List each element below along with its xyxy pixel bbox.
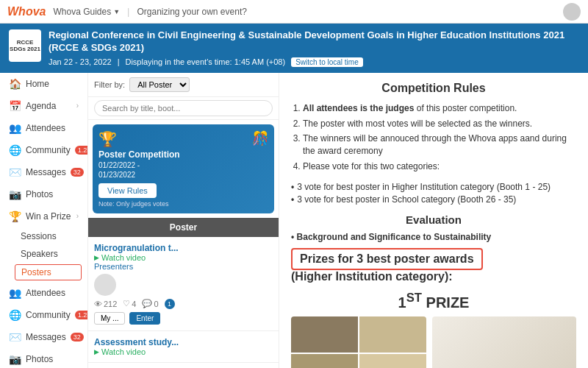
sidebar: 🏠 Home 📅 Agenda › 👥 Attendees 🌐 Communit… [0,73,88,368]
prizes-line: Prizes for 3 best poster awards (Higher … [291,248,576,283]
event-title: Regional Conference in Civil Engineering… [49,29,579,54]
community2-badge: 1.2k [75,311,88,319]
event-meta: Jan 22 - 23, 2022 | Displaying in the ev… [49,57,579,67]
attendees2-icon: 👥 [9,287,21,299]
rule-4: Please vote for this two categories: [303,160,576,173]
rule-3: The winners will be annouced through the… [303,132,576,158]
poster-competition-date2: 01/23/2022 [98,171,268,179]
prizes-highlight: Prizes for 3 best poster awards [291,248,483,270]
logo: Whova [7,5,46,18]
sidebar-item-attendees2[interactable]: 👥 Attendees [0,282,87,304]
trophy-icon: 🏆 [98,130,268,148]
switch-time-btn[interactable]: Switch to local time [291,57,363,67]
poster-meta-1: 👁 212 ♡ 4 💬 0 1 [94,299,273,309]
poster-list: Microgranulation t... Watch video Presen… [88,237,279,368]
list-item: Assessment study... Watch video [88,331,279,363]
photos-icon: 📷 [9,188,21,200]
poster-competition-title: Poster Competition [98,149,268,160]
event-logo: RCCE SDGs 2021 [9,29,41,62]
sidebar-item-messages[interactable]: ✉️ Messages 32 [0,161,87,183]
first-prize-section: 1ST PRIZE hygiss [291,291,576,368]
mosaic-cell-3 [291,354,358,368]
prize-image-mosaic [291,316,426,368]
messages2-badge: 32 [71,333,84,342]
view-rules-btn[interactable]: View Rules [98,183,157,198]
heart-icon: ♡ [123,299,130,308]
community-icon: 🌐 [9,144,21,156]
guides-arrow-icon: ▼ [113,8,120,15]
poster-featured-card: 🎊 🏆 Poster Competition 01/22/2022 - 01/2… [93,124,274,213]
attendees-icon: 👥 [9,122,21,134]
rule-2: The poster with most votes will be selec… [303,118,576,130]
sidebar-item-home[interactable]: 🏠 Home [0,73,87,95]
mosaic-cell-1 [291,316,358,353]
likes-1: ♡ 4 [123,299,136,308]
event-info: Regional Conference in Civil Engineering… [49,29,579,67]
eval-subtitle: • Background and Significance to Sustain… [291,232,576,242]
badge-1: 1 [165,299,175,309]
whova-guides-btn[interactable]: Whova Guides ▼ [53,7,120,17]
sidebar-item-messages2[interactable]: ✉️ Messages 32 [0,326,87,348]
event-header: RCCE SDGs 2021 Regional Conference in Ci… [0,24,588,73]
right-panel: Competition Rules All attendees is the j… [279,73,588,368]
sidebar-item-attendees[interactable]: 👥 Attendees [0,117,87,139]
watch-video-1[interactable]: Watch video [94,253,273,262]
confetti-icon: 🎊 [252,130,268,146]
sidebar-item-photos[interactable]: 📷 Photos [0,183,87,205]
presenters-link-1[interactable]: Presenters [94,262,273,271]
note-text: Note: Only judges votes [98,200,268,208]
main-layout: 🏠 Home 📅 Agenda › 👥 Attendees 🌐 Communit… [0,73,588,368]
sidebar-item-photos2[interactable]: 📷 Photos [0,348,87,368]
top-nav: Whova Whova Guides ▼ | Organizing your o… [0,0,588,24]
poster-title-2[interactable]: Assessment study... [94,337,273,347]
organizing-btn[interactable]: Organizing your own event? [137,7,246,17]
list-item: Microgranulation t... Watch video Presen… [88,237,279,331]
search-input[interactable] [94,100,273,116]
comments-1: 💬 0 [142,299,158,308]
home-icon: 🏠 [9,78,21,90]
rules-list: All attendees is the judges of this post… [303,102,576,173]
bullet-2: 3 vote for best poster in School categor… [291,194,576,205]
sidebar-item-agenda[interactable]: 📅 Agenda › [0,95,87,117]
my-btn-1[interactable]: My ... [94,312,125,325]
agenda-icon: 📅 [9,100,21,112]
sidebar-item-community2[interactable]: 🌐 Community 1.2k [0,304,87,326]
competition-rules-title: Competition Rules [291,82,576,95]
prize-arrow-icon: › [76,212,79,220]
eye-icon: 👁 [94,300,102,308]
sidebar-item-community[interactable]: 🌐 Community 1.2k [0,139,87,161]
poster-competition-date1: 01/22/2022 - [98,161,268,169]
poster-title-1[interactable]: Microgranulation t... [94,243,273,253]
prize-image-single: hygiss [432,316,576,368]
evaluation-title: Evaluation [291,213,576,226]
sidebar-sub-posters[interactable]: Posters [15,264,82,280]
enter-btn-1[interactable]: Enter [129,312,160,325]
sidebar-item-win-a-prize[interactable]: 🏆 Win a Prize › [0,205,87,227]
bullet-1: 3 vote for best poster in Higher Institu… [291,182,576,192]
poster-actions-1: My ... Enter [94,312,273,325]
filter-label: Filter by: [94,80,125,89]
messages-badge: 32 [71,168,84,177]
comment-icon: 💬 [142,299,152,308]
search-bar [88,97,279,120]
watch-video-2[interactable]: Watch video [94,347,273,356]
poster-tab[interactable]: Poster [88,218,279,237]
sidebar-sub-sessions[interactable]: Sessions [0,227,87,245]
mosaic-cell-2 [359,316,426,353]
poster-thumb-1 [94,274,116,296]
photos2-icon: 📷 [9,353,21,365]
nav-right [563,3,581,21]
prize-icon: 🏆 [9,210,21,222]
content-area: Filter by: All Poster 🎊 🏆 Poster Competi… [88,73,588,368]
prize-images: hygiss [291,316,576,368]
filter-select[interactable]: All Poster [129,77,190,92]
messages2-icon: ✉️ [9,331,21,343]
views-1: 👁 212 [94,300,117,308]
bullet-points: 3 vote for best poster in Higher Institu… [291,182,576,205]
rule-1: All attendees is the judges of this post… [303,102,576,115]
community2-icon: 🌐 [9,309,21,321]
left-panel: Filter by: All Poster 🎊 🏆 Poster Competi… [88,73,279,368]
messages-icon: ✉️ [9,166,21,178]
sidebar-sub-speakers[interactable]: Speakers [0,245,87,263]
mosaic-cell-4 [359,354,426,368]
